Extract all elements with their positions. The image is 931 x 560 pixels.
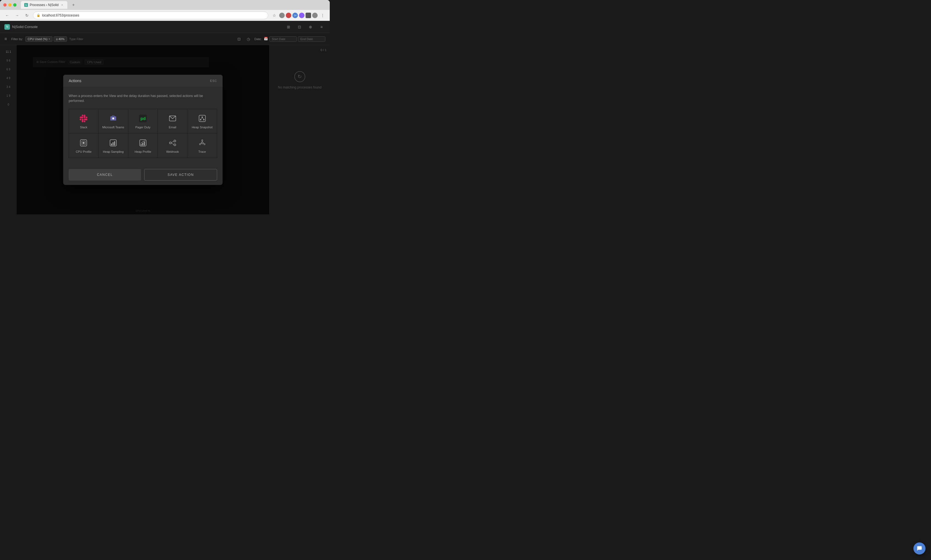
- start-date-input[interactable]: Start Date: [269, 36, 297, 42]
- cpu-profile-icon: [78, 138, 88, 148]
- maximize-button[interactable]: [13, 3, 17, 6]
- svg-line-32: [200, 143, 201, 144]
- extension-icon1[interactable]: [279, 12, 285, 18]
- address-text: localhost:6753/processes: [42, 14, 79, 17]
- svg-point-22: [174, 140, 175, 142]
- close-button[interactable]: [3, 3, 6, 6]
- action-trace[interactable]: Trace: [188, 134, 217, 158]
- action-heap-snapshot[interactable]: Heap Snapshot: [188, 109, 217, 133]
- more-options-icon[interactable]: ⋮: [319, 12, 326, 19]
- heap-sampling-icon: [108, 138, 118, 148]
- svg-rect-15: [113, 142, 114, 145]
- modal-body: When a process enters the View and the d…: [63, 87, 223, 165]
- svg-rect-16: [114, 141, 115, 145]
- trace-icon: [197, 138, 207, 148]
- save-action-button[interactable]: SAVE ACTION: [144, 169, 217, 180]
- svg-point-26: [201, 142, 203, 144]
- browser-toolbar-icons: ☆ 14 ⋮: [271, 12, 326, 19]
- extension-icon6[interactable]: [312, 12, 318, 18]
- calendar-icon: 📅: [264, 37, 268, 41]
- sidebar-item-2[interactable]: 9 8: [0, 56, 16, 65]
- sidebar-item-7[interactable]: 0: [0, 100, 16, 109]
- svg-line-9: [202, 118, 204, 119]
- svg-rect-4: [199, 115, 205, 122]
- heap-snapshot-icon: [197, 114, 207, 123]
- tab-close-button[interactable]: ×: [60, 3, 64, 7]
- svg-point-21: [169, 142, 171, 144]
- browser-toolbar: ← → ↻ 🔒 localhost:6753/processes ☆ 14 ⋮: [0, 10, 330, 21]
- header-btn-4[interactable]: ≡: [318, 23, 325, 31]
- teams-label: Microsoft Teams: [102, 126, 124, 129]
- webhook-label: Webhook: [166, 150, 179, 153]
- svg-line-24: [171, 141, 174, 143]
- action-slack[interactable]: Slack: [69, 109, 98, 133]
- filter-action-1[interactable]: ⊡: [235, 35, 243, 43]
- no-processes-text: No matching processes found: [278, 85, 322, 89]
- type-filter-input[interactable]: Type Filter: [69, 37, 233, 41]
- extension-icon3[interactable]: 14: [292, 12, 298, 18]
- browser-tab[interactable]: N Processes › N|Solid ×: [21, 1, 67, 9]
- date-label: Date:: [254, 37, 262, 41]
- sidebar: 11 1 9 8 6 9 4 9 3 4 1 9 0: [0, 45, 17, 214]
- header-btn-1[interactable]: ⊞: [285, 23, 292, 31]
- bookmark-icon[interactable]: ☆: [271, 12, 278, 19]
- svg-rect-20: [144, 142, 145, 145]
- action-pager-duty[interactable]: pd Pager Duty: [128, 109, 158, 133]
- app-header: N N|Solid Console ⊞ ⊡ ⊕ ≡: [0, 21, 330, 33]
- logo-icon: N: [5, 24, 10, 30]
- extension-icon2[interactable]: [286, 12, 291, 18]
- hamburger-menu-icon[interactable]: ≡: [5, 37, 7, 42]
- traffic-lights: [3, 3, 17, 6]
- pagerduty-icon: pd: [138, 114, 148, 123]
- browser-chrome: N Processes › N|Solid × + ← → ↻ 🔒 localh…: [0, 0, 330, 214]
- filter-value-chip[interactable]: ≥ 40%: [54, 36, 67, 42]
- svg-point-27: [202, 140, 203, 141]
- cpu-profile-label: CPU Profile: [76, 150, 91, 153]
- extension-icon5[interactable]: [306, 12, 311, 18]
- actions-modal: Actions ESC When a process enters the Vi…: [63, 75, 223, 185]
- filter-dropdown-icon: ▾: [49, 38, 50, 40]
- new-tab-button[interactable]: +: [69, 1, 77, 9]
- nav-back-button[interactable]: ←: [3, 12, 11, 19]
- email-label: Email: [169, 126, 176, 129]
- slack-icon: [78, 114, 88, 123]
- sidebar-item-6[interactable]: 1 9: [0, 91, 16, 100]
- header-btn-2[interactable]: ⊡: [295, 23, 303, 31]
- address-bar[interactable]: 🔒 localhost:6753/processes: [33, 12, 268, 19]
- action-heap-sampling[interactable]: Heap Sampling: [98, 134, 128, 158]
- minimize-button[interactable]: [8, 3, 12, 6]
- svg-point-5: [202, 117, 203, 118]
- filter-action-2[interactable]: ◷: [245, 35, 252, 43]
- svg-point-6: [200, 119, 201, 120]
- modal-description: When a process enters the View and the d…: [69, 94, 217, 103]
- content-area: ⊛ Save Custom Filter Custom CPU Used CPU…: [17, 45, 269, 214]
- app-logo: N N|Solid Console: [5, 24, 38, 30]
- teams-icon: [108, 114, 118, 123]
- filter-bar: ≡ Filter by: CPU Used (%) ▾ ≥ 40% Type F…: [0, 33, 330, 45]
- action-email[interactable]: Email: [158, 109, 187, 133]
- sidebar-item-5[interactable]: 3 4: [0, 82, 16, 91]
- sidebar-item-3[interactable]: 6 9: [0, 65, 16, 74]
- nav-forward-button[interactable]: →: [13, 12, 21, 19]
- svg-line-30: [203, 143, 204, 144]
- browser-titlebar: N Processes › N|Solid × +: [0, 0, 330, 10]
- action-cpu-profile[interactable]: CPU Profile: [69, 134, 98, 158]
- extension-icon4[interactable]: [299, 12, 305, 18]
- action-heap-profile[interactable]: Heap Profile: [128, 134, 158, 158]
- heap-sampling-label: Heap Sampling: [103, 150, 124, 153]
- svg-rect-19: [142, 143, 143, 145]
- nav-refresh-button[interactable]: ↻: [23, 12, 31, 19]
- svg-point-31: [199, 143, 201, 145]
- svg-rect-18: [141, 144, 142, 145]
- end-date-input[interactable]: End Date: [298, 36, 325, 42]
- cancel-button[interactable]: CANCEL: [69, 169, 141, 180]
- action-microsoft-teams[interactable]: Microsoft Teams: [98, 109, 128, 133]
- sidebar-item-4[interactable]: 4 9: [0, 74, 16, 82]
- actions-grid: Slack: [69, 109, 217, 158]
- filter-value-text: ≥ 40%: [56, 37, 65, 41]
- header-btn-3[interactable]: ⊕: [307, 23, 314, 31]
- filter-chip[interactable]: CPU Used (%) ▾: [25, 36, 52, 42]
- sidebar-item-processes[interactable]: 11 1: [0, 47, 16, 56]
- tab-title: Processes › N|Solid: [30, 3, 58, 7]
- action-webhook[interactable]: Webhook: [158, 134, 187, 158]
